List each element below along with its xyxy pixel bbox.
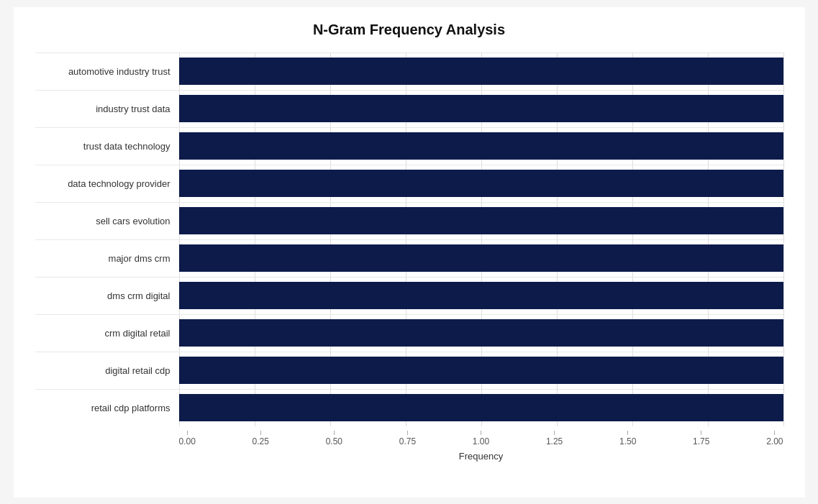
- x-tick-line: [701, 431, 701, 435]
- x-tick-line: [481, 431, 481, 435]
- bar-label: retail cdp platforms: [35, 403, 179, 413]
- x-tick: 0.00: [179, 431, 196, 446]
- bar-fill: [179, 95, 783, 122]
- bar-row: digital retail cdp: [35, 352, 783, 389]
- x-tick-label: 2.00: [766, 436, 783, 446]
- x-tick-line: [187, 431, 188, 435]
- x-tick-label: 0.75: [399, 436, 416, 446]
- bar-row: industry trust data: [35, 90, 783, 127]
- bar-track: [179, 95, 783, 122]
- x-axis-label: Frequency: [179, 451, 783, 462]
- bar-row: data technology provider: [35, 165, 783, 202]
- bar-track: [179, 207, 783, 234]
- x-tick: 1.50: [619, 431, 636, 446]
- x-tick: 0.50: [326, 431, 342, 446]
- bar-row: crm digital retail: [35, 314, 783, 352]
- x-tick-container: 0.000.250.500.751.001.251.501.752.00: [179, 431, 783, 446]
- x-tick-line: [407, 431, 408, 435]
- bar-row: trust data technology: [35, 127, 783, 165]
- bars-section: automotive industry trustindustry trust …: [35, 52, 783, 426]
- x-tick-label: 0.50: [326, 436, 342, 446]
- x-tick: 0.75: [399, 431, 416, 446]
- bar-track: [179, 170, 783, 197]
- bar-fill: [179, 282, 783, 309]
- x-tick: 1.75: [693, 431, 709, 446]
- x-tick-label: 1.75: [693, 436, 709, 446]
- x-tick-label: 0.25: [253, 436, 269, 446]
- bar-fill: [179, 207, 783, 234]
- bar-label: data technology provider: [35, 178, 179, 189]
- x-tick: 0.25: [253, 431, 269, 446]
- x-tick-label: 1.50: [619, 436, 636, 446]
- bar-label: industry trust data: [35, 104, 179, 114]
- bar-label: crm digital retail: [35, 328, 179, 339]
- bar-fill: [179, 170, 783, 197]
- bar-label: sell cars evolution: [35, 216, 179, 226]
- x-tick-label: 0.00: [179, 436, 196, 446]
- bar-fill: [179, 132, 783, 160]
- bar-track: [179, 319, 783, 347]
- x-tick-label: 1.00: [473, 436, 489, 446]
- chart-container: N-Gram Frequency Analysis automotive ind…: [14, 7, 805, 498]
- bar-label: digital retail cdp: [35, 365, 179, 376]
- bar-label: automotive industry trust: [35, 66, 179, 77]
- bar-track: [179, 357, 783, 384]
- bar-row: automotive industry trust: [35, 52, 783, 90]
- bar-fill: [179, 244, 783, 272]
- x-tick: 1.25: [546, 431, 563, 446]
- bar-fill: [179, 357, 783, 384]
- bar-track: [179, 394, 783, 421]
- bar-row: sell cars evolution: [35, 202, 783, 239]
- bar-row: retail cdp platforms: [35, 389, 783, 426]
- bar-track: [179, 58, 783, 85]
- bar-track: [179, 132, 783, 160]
- x-tick-line: [774, 431, 775, 435]
- bar-row: major dms crm: [35, 239, 783, 277]
- x-axis: 0.000.250.500.751.001.251.501.752.00: [179, 431, 783, 446]
- chart-title: N-Gram Frequency Analysis: [35, 22, 783, 38]
- x-tick-label: 1.25: [546, 436, 563, 446]
- bar-row: dms crm digital: [35, 277, 783, 314]
- bar-label: trust data technology: [35, 141, 179, 152]
- bar-label: dms crm digital: [35, 290, 179, 301]
- bars-content: automotive industry trustindustry trust …: [35, 52, 783, 426]
- bar-fill: [179, 319, 783, 347]
- bar-fill: [179, 394, 783, 421]
- x-tick-line: [260, 431, 261, 435]
- x-tick: 1.00: [473, 431, 489, 446]
- grid-line: [783, 52, 784, 426]
- bar-fill: [179, 58, 783, 85]
- x-tick: 2.00: [766, 431, 783, 446]
- bar-track: [179, 244, 783, 272]
- bar-track: [179, 282, 783, 309]
- x-tick-line: [627, 431, 628, 435]
- x-tick-line: [334, 431, 335, 435]
- x-tick-line: [554, 431, 555, 435]
- bar-label: major dms crm: [35, 253, 179, 264]
